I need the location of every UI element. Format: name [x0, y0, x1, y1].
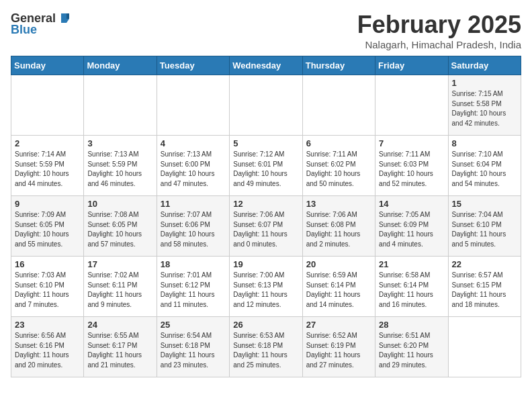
weekday-header-friday: Friday [375, 56, 448, 75]
day-info: Sunrise: 6:56 AM Sunset: 6:16 PM Dayligh… [15, 331, 80, 370]
calendar-cell: 28Sunrise: 6:51 AM Sunset: 6:20 PM Dayli… [375, 317, 448, 377]
day-info: Sunrise: 7:01 AM Sunset: 6:12 PM Dayligh… [161, 271, 226, 310]
calendar-cell: 21Sunrise: 6:58 AM Sunset: 6:14 PM Dayli… [375, 257, 448, 317]
day-number: 7 [379, 138, 444, 148]
day-number: 27 [306, 320, 371, 330]
day-info: Sunrise: 7:06 AM Sunset: 6:08 PM Dayligh… [306, 210, 371, 249]
day-info: Sunrise: 7:00 AM Sunset: 6:13 PM Dayligh… [233, 271, 298, 310]
day-info: Sunrise: 7:14 AM Sunset: 5:59 PM Dayligh… [15, 150, 80, 189]
day-info: Sunrise: 6:55 AM Sunset: 6:17 PM Dayligh… [87, 331, 152, 370]
day-number: 23 [15, 320, 80, 330]
day-number: 28 [379, 320, 444, 330]
day-info: Sunrise: 7:08 AM Sunset: 6:05 PM Dayligh… [87, 210, 152, 249]
calendar-cell [448, 317, 521, 377]
day-number: 2 [15, 138, 80, 148]
day-number: 10 [87, 199, 152, 209]
calendar-cell: 6Sunrise: 7:11 AM Sunset: 6:02 PM Daylig… [302, 136, 375, 196]
day-number: 5 [233, 138, 298, 148]
calendar-cell: 4Sunrise: 7:13 AM Sunset: 6:00 PM Daylig… [157, 136, 229, 196]
day-number: 22 [452, 259, 517, 269]
page-header: General Blue February 2025 Nalagarh, Him… [11, 11, 521, 50]
calendar-cell: 20Sunrise: 6:59 AM Sunset: 6:14 PM Dayli… [302, 257, 375, 317]
calendar-cell: 27Sunrise: 6:52 AM Sunset: 6:19 PM Dayli… [302, 317, 375, 377]
day-info: Sunrise: 7:12 AM Sunset: 6:01 PM Dayligh… [233, 150, 298, 189]
weekday-header-saturday: Saturday [448, 56, 521, 75]
calendar-cell: 22Sunrise: 6:57 AM Sunset: 6:15 PM Dayli… [448, 257, 521, 317]
calendar-cell [302, 75, 375, 136]
logo: General Blue [11, 11, 72, 37]
week-row-5: 23Sunrise: 6:56 AM Sunset: 6:16 PM Dayli… [11, 317, 521, 377]
day-number: 13 [306, 199, 371, 209]
day-info: Sunrise: 7:04 AM Sunset: 6:10 PM Dayligh… [452, 210, 517, 249]
day-number: 1 [452, 78, 517, 88]
calendar-cell: 10Sunrise: 7:08 AM Sunset: 6:05 PM Dayli… [84, 196, 157, 257]
weekday-header-tuesday: Tuesday [157, 56, 229, 75]
calendar-subtitle: Nalagarh, Himachal Pradesh, India [357, 39, 521, 50]
calendar-cell: 11Sunrise: 7:07 AM Sunset: 6:06 PM Dayli… [157, 196, 229, 257]
calendar-cell: 26Sunrise: 6:53 AM Sunset: 6:18 PM Dayli… [230, 317, 302, 377]
calendar-cell: 14Sunrise: 7:05 AM Sunset: 6:09 PM Dayli… [375, 196, 448, 257]
calendar-cell [84, 75, 157, 136]
calendar-cell: 7Sunrise: 7:11 AM Sunset: 6:03 PM Daylig… [375, 136, 448, 196]
weekday-header-monday: Monday [84, 56, 157, 75]
day-info: Sunrise: 7:07 AM Sunset: 6:06 PM Dayligh… [161, 210, 226, 249]
day-number: 18 [161, 259, 226, 269]
calendar-cell: 19Sunrise: 7:00 AM Sunset: 6:13 PM Dayli… [230, 257, 302, 317]
day-info: Sunrise: 7:11 AM Sunset: 6:03 PM Dayligh… [379, 150, 444, 189]
svg-marker-1 [66, 13, 69, 19]
weekday-header-thursday: Thursday [302, 56, 375, 75]
logo-icon [57, 11, 72, 26]
week-row-3: 9Sunrise: 7:09 AM Sunset: 6:05 PM Daylig… [11, 196, 521, 257]
day-info: Sunrise: 6:58 AM Sunset: 6:14 PM Dayligh… [379, 271, 444, 310]
calendar-cell: 2Sunrise: 7:14 AM Sunset: 5:59 PM Daylig… [11, 136, 84, 196]
calendar-cell: 25Sunrise: 6:54 AM Sunset: 6:18 PM Dayli… [157, 317, 229, 377]
day-number: 21 [379, 259, 444, 269]
day-number: 26 [233, 320, 298, 330]
day-info: Sunrise: 7:13 AM Sunset: 5:59 PM Dayligh… [87, 150, 152, 189]
day-number: 20 [306, 259, 371, 269]
day-number: 24 [87, 320, 152, 330]
day-number: 17 [87, 259, 152, 269]
day-info: Sunrise: 6:57 AM Sunset: 6:15 PM Dayligh… [452, 271, 517, 310]
day-number: 11 [161, 199, 226, 209]
day-number: 12 [233, 199, 298, 209]
calendar-cell: 15Sunrise: 7:04 AM Sunset: 6:10 PM Dayli… [448, 196, 521, 257]
day-info: Sunrise: 7:13 AM Sunset: 6:00 PM Dayligh… [161, 150, 226, 189]
weekday-header-row: SundayMondayTuesdayWednesdayThursdayFrid… [11, 56, 521, 75]
calendar-cell [375, 75, 448, 136]
day-info: Sunrise: 6:54 AM Sunset: 6:18 PM Dayligh… [161, 331, 226, 370]
day-info: Sunrise: 6:59 AM Sunset: 6:14 PM Dayligh… [306, 271, 371, 310]
calendar-cell: 24Sunrise: 6:55 AM Sunset: 6:17 PM Dayli… [84, 317, 157, 377]
day-number: 6 [306, 138, 371, 148]
day-info: Sunrise: 7:15 AM Sunset: 5:58 PM Dayligh… [452, 89, 517, 128]
day-info: Sunrise: 7:11 AM Sunset: 6:02 PM Dayligh… [306, 150, 371, 189]
calendar-cell [157, 75, 229, 136]
day-number: 19 [233, 259, 298, 269]
calendar-cell [230, 75, 302, 136]
calendar-cell: 18Sunrise: 7:01 AM Sunset: 6:12 PM Dayli… [157, 257, 229, 317]
calendar-cell: 23Sunrise: 6:56 AM Sunset: 6:16 PM Dayli… [11, 317, 84, 377]
calendar-cell: 16Sunrise: 7:03 AM Sunset: 6:10 PM Dayli… [11, 257, 84, 317]
day-number: 3 [87, 138, 152, 148]
day-number: 14 [379, 199, 444, 209]
day-number: 16 [15, 259, 80, 269]
day-info: Sunrise: 7:05 AM Sunset: 6:09 PM Dayligh… [379, 210, 444, 249]
calendar-cell: 17Sunrise: 7:02 AM Sunset: 6:11 PM Dayli… [84, 257, 157, 317]
logo-blue: Blue [11, 23, 37, 37]
day-number: 9 [15, 199, 80, 209]
day-info: Sunrise: 7:06 AM Sunset: 6:07 PM Dayligh… [233, 210, 298, 249]
weekday-header-sunday: Sunday [11, 56, 84, 75]
calendar-cell: 5Sunrise: 7:12 AM Sunset: 6:01 PM Daylig… [230, 136, 302, 196]
calendar-cell: 1Sunrise: 7:15 AM Sunset: 5:58 PM Daylig… [448, 75, 521, 136]
title-block: February 2025 Nalagarh, Himachal Pradesh… [357, 11, 521, 50]
calendar-cell: 3Sunrise: 7:13 AM Sunset: 5:59 PM Daylig… [84, 136, 157, 196]
day-info: Sunrise: 7:09 AM Sunset: 6:05 PM Dayligh… [15, 210, 80, 249]
day-number: 8 [452, 138, 517, 148]
weekday-header-wednesday: Wednesday [230, 56, 302, 75]
week-row-1: 1Sunrise: 7:15 AM Sunset: 5:58 PM Daylig… [11, 75, 521, 136]
week-row-2: 2Sunrise: 7:14 AM Sunset: 5:59 PM Daylig… [11, 136, 521, 196]
day-number: 15 [452, 199, 517, 209]
calendar-cell: 9Sunrise: 7:09 AM Sunset: 6:05 PM Daylig… [11, 196, 84, 257]
day-number: 4 [161, 138, 226, 148]
day-info: Sunrise: 7:02 AM Sunset: 6:11 PM Dayligh… [87, 271, 152, 310]
